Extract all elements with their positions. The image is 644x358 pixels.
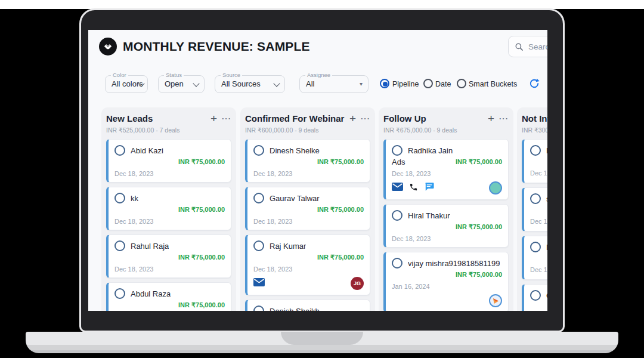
deal-radio[interactable] [392,258,402,268]
deal-card[interactable]: vijay mishra919818581199INR ₹75,000.00Ja… [383,252,509,311]
deal-name: kk [131,194,138,203]
deal-card[interactable]: Gaurav TalwarINR ₹75,000.00Dec 18, 2023 [245,187,370,230]
deal-card[interactable]: Radhika JainAdsINR ₹75,000.00Dec 18, 202… [383,139,509,200]
deal-date: Dec 18, 2023 [530,266,547,273]
add-deal-button[interactable]: + [206,115,222,123]
deal-radio[interactable] [530,193,541,204]
deal-radio[interactable] [114,193,125,203]
radio-pipeline[interactable] [380,79,389,88]
deal-radio[interactable] [253,240,264,251]
page-title: MONTHLY REVENUE: SAMPLE [123,39,310,54]
source-filter-value: All Sources [221,76,261,92]
deal-card[interactable]: KiraDec 18, 2023 [522,139,547,183]
deal-name: Rahul Raja [131,242,169,251]
deal-radio[interactable] [114,240,125,251]
deal-subtitle: Ads [392,158,405,166]
radio-pipeline-label: Pipeline [392,80,419,88]
search-input[interactable]: Search [508,36,547,57]
deal-radio[interactable] [114,288,125,299]
chat-icon[interactable] [424,182,435,194]
deal-card[interactable]: swaDec 18, 2023 [522,187,547,232]
deal-card[interactable]: Abdul RazaINR ₹75,000.00Dec 18, 2023 [106,282,231,311]
kanban-board: New Leads+···INR ₹525,000.00 - 7 dealsAb… [88,107,547,311]
deal-date: Dec 18, 2023 [530,218,547,225]
deal-name: vijay mishra919818581199 [408,259,500,268]
deal-amount: INR ₹75,000.00 [317,206,364,214]
column-menu-button[interactable]: ··· [222,115,231,123]
column-title: New Leads [106,113,206,124]
radio-smart-buckets[interactable] [457,79,466,88]
search-icon [515,42,524,51]
avatar-triangle-logo [489,294,502,307]
column-title: Not Inte [522,113,547,124]
source-filter-select[interactable]: Source All Sources [215,75,285,93]
kanban-column: Confirmed For Webinar+···INR ₹600,000.00… [240,107,375,311]
column-summary: INR ₹525,000.00 - 7 deals [106,126,231,134]
column-cards: Dinesh ShelkeINR ₹75,000.00Dec 18, 2023G… [245,139,370,311]
deal-card[interactable]: ManDec 18, 2023 [522,236,547,280]
phone-icon[interactable] [409,183,418,194]
radio-date-label: Date [435,80,451,88]
status-filter-value: Open [165,76,184,92]
kanban-column: New Leads+···INR ₹525,000.00 - 7 dealsAb… [101,107,236,311]
deal-amount: INR ₹75,000.00 [317,254,364,261]
kanban-column: Follow Up+···INR ₹675,000.00 - 9 dealsRa… [379,107,513,311]
deal-date: Dec 18, 2023 [392,170,502,177]
mail-icon[interactable] [253,278,265,289]
deal-date: Dec 18, 2023 [530,169,547,177]
deal-radio[interactable] [392,145,402,156]
add-deal-button[interactable]: + [345,115,361,123]
deal-card[interactable]: GanDec 18, 2023 [522,284,547,311]
deal-card[interactable]: Dinesh ShelkeINR ₹75,000.00Dec 18, 2023 [245,139,370,183]
deal-radio[interactable] [530,145,541,156]
column-summary: INR ₹300,0 [522,126,547,134]
deal-card[interactable]: Rahul RajaINR ₹75,000.00Dec 18, 2023 [106,234,231,278]
refresh-icon [528,78,540,90]
deal-radio[interactable] [253,145,264,156]
deal-radio[interactable] [530,290,541,301]
refresh-button[interactable] [528,78,540,90]
deal-radio[interactable] [253,305,264,311]
deal-amount: INR ₹75,000.00 [178,301,225,309]
add-deal-button[interactable]: + [483,115,499,123]
deal-card[interactable]: Abid KaziINR ₹75,000.00Dec 18, 2023 [106,139,231,183]
color-filter-select[interactable]: Color All colors [105,75,148,93]
column-menu-button[interactable]: ··· [361,115,370,123]
mail-icon[interactable] [392,183,403,193]
assignee-filter-value: All [306,76,314,92]
deal-name: Gan [546,291,547,300]
deal-date: Dec 18, 2023 [392,235,502,242]
deal-radio[interactable] [392,210,402,221]
column-title: Follow Up [383,113,483,124]
dropdown-arrow-icon: ▾ [360,81,363,87]
column-menu-button[interactable]: ··· [499,115,509,123]
deal-amount: INR ₹75,000.00 [178,158,225,166]
deal-radio[interactable] [253,193,264,203]
radio-date[interactable] [423,79,433,88]
search-placeholder: Search [528,42,547,51]
deal-card[interactable]: kkINR ₹75,000.00Dec 18, 2023 [106,187,231,230]
laptop-base-notch [281,332,363,345]
kanban-column: Not Inte+···INR ₹300,0KiraDec 18, 2023sw… [517,107,547,311]
status-filter-select[interactable]: Status Open [158,75,205,93]
handshake-icon [102,41,114,53]
radio-smart-buckets-label: Smart Buckets [469,80,517,88]
assignee-filter-select[interactable]: Assignee All ▾ [299,75,369,93]
deal-date: Dec 18, 2023 [114,218,225,225]
deal-name: swa [546,195,547,203]
deal-date: Dec 18, 2023 [114,170,225,177]
deal-card[interactable]: Danish ShaikhINR ₹75,000.00Dec 18, 2023 [245,300,370,311]
deal-name: Raj Kumar [270,242,306,251]
deal-card[interactable]: Raj KumarINR ₹75,000.00Dec 18, 2023JG [245,234,370,295]
deal-amount: INR ₹75,000.00 [456,271,502,279]
chevron-down-icon [273,80,280,87]
deal-date: Jan 16, 2024 [392,283,502,290]
avatar-initials: JG [351,277,364,290]
deal-card[interactable]: Hiral ThakurINR ₹75,000.00Dec 18, 2023 [383,204,509,248]
column-title: Confirmed For Webinar [245,113,345,124]
deal-radio[interactable] [114,145,125,156]
background-top-strip [0,0,644,9]
deal-radio[interactable] [530,242,541,252]
column-cards: Radhika JainAdsINR ₹75,000.00Dec 18, 202… [383,139,509,311]
avatar-teal-logo [489,181,502,195]
